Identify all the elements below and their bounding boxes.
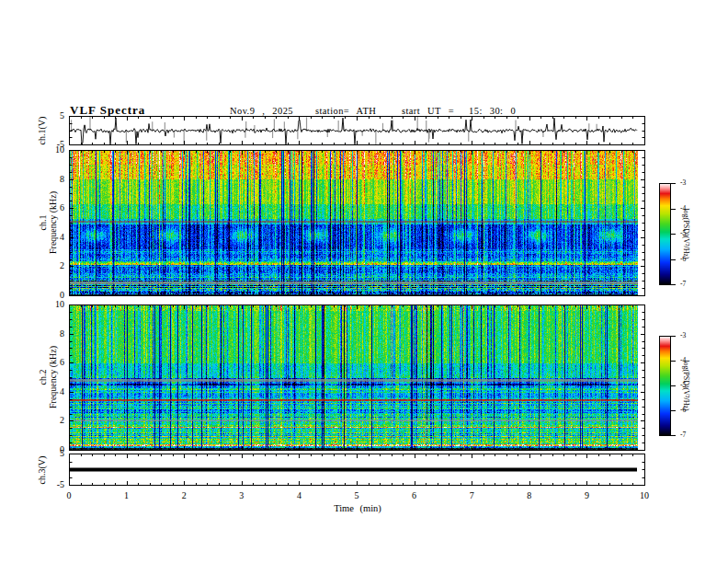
psd-tick-label: -7	[680, 281, 686, 288]
ch3-waveform-plot	[69, 454, 645, 486]
time-tick-label: 4	[290, 491, 308, 500]
time-tick-label: 1	[118, 491, 136, 500]
freq-tick-label-ch1: 6	[40, 203, 64, 213]
ch2-freq-line: Frequency (kHz)	[48, 346, 58, 408]
ch1-freq-line: Frequency (kHz)	[48, 191, 58, 254]
psd-tick-label: -3	[680, 332, 686, 339]
ch2-line: ch.2	[38, 370, 48, 385]
time-tick-label: 8	[520, 491, 539, 500]
psd-tick-label: -7	[680, 431, 686, 439]
time-tick-label: 2	[175, 491, 193, 500]
psd-tick-label: -4	[680, 357, 686, 364]
ch1-spectrogram-plot	[69, 150, 645, 296]
freq-tick-label-ch2: 10	[40, 300, 64, 309]
ch2-spectrogram-plot	[69, 304, 645, 451]
time-tick-label: 10	[635, 491, 654, 500]
time-axis-label: Time (min)	[301, 503, 414, 513]
colorbar-ch1	[659, 183, 677, 285]
ch1-frequency-axis-label: ch.1 Frequency (kHz)	[37, 150, 59, 296]
psd-tick-label: -6	[680, 407, 686, 414]
ch1-line: ch.1	[38, 215, 48, 231]
colorbar-ch2	[659, 336, 677, 436]
start-ut-label: start UT = 15: 30: 0	[402, 106, 516, 116]
time-tick-label: 7	[462, 491, 481, 500]
psd-tick-label: -6	[680, 256, 686, 263]
freq-tick-label-ch1: 4	[40, 233, 64, 242]
time-tick-label: 9	[577, 491, 596, 500]
time-tick-label: 0	[60, 491, 78, 500]
freq-tick-label-ch2: 8	[40, 329, 64, 339]
psd-tick-label: -4	[680, 205, 686, 213]
ch1-waveform-plot	[69, 116, 645, 145]
freq-tick-label-ch2: 2	[40, 416, 64, 425]
vlf-spectra-page: VLF Spectra Nov.9 , 2025 station= ATH st…	[0, 0, 728, 563]
ch1v-tick-label: 5	[40, 111, 64, 121]
freq-tick-label-ch1: 8	[40, 175, 64, 184]
time-tick-label: 5	[347, 491, 366, 500]
psd-tick-label: -5	[680, 230, 686, 237]
freq-tick-label-ch2: 6	[40, 358, 64, 367]
ch1v-tick-label: -5	[40, 140, 64, 149]
date-label: Nov.9 , 2025	[230, 106, 293, 116]
freq-tick-label-ch2: 4	[40, 387, 64, 396]
psd-tick-label: -3	[680, 179, 686, 187]
time-tick-label: 6	[405, 491, 424, 500]
time-text: Time (min)	[334, 503, 381, 513]
ch3v-tick-label: -5	[40, 480, 64, 489]
psd-tick-label: -5	[680, 382, 686, 389]
freq-tick-label-ch1: 2	[40, 261, 64, 270]
ch3v-tick-label: 5	[40, 449, 64, 458]
station-label: station= ATH	[315, 106, 376, 116]
time-tick-label: 3	[233, 491, 251, 500]
